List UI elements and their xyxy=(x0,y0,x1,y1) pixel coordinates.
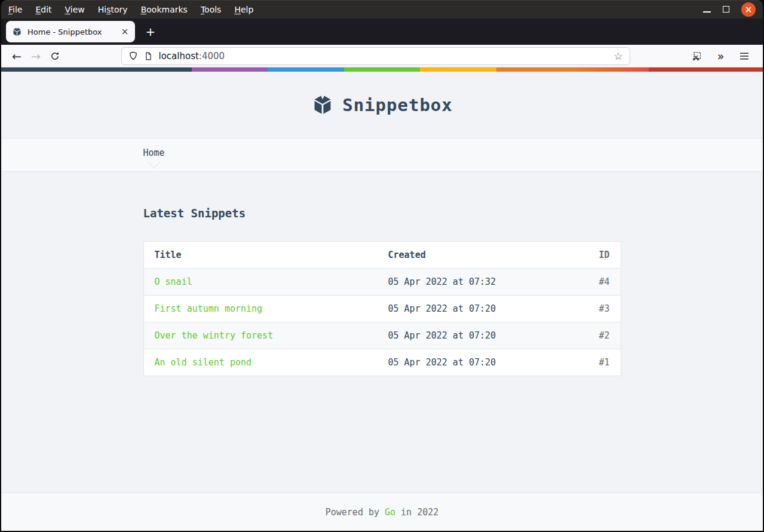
table-header-row: Title Created ID xyxy=(143,242,621,269)
snippet-id: #1 xyxy=(549,349,621,376)
snippet-created: 05 Apr 2022 at 07:20 xyxy=(378,349,550,376)
table-row: An old silent pond 05 Apr 2022 at 07:20 … xyxy=(143,349,621,376)
snippet-id: #3 xyxy=(549,296,621,322)
maximize-icon xyxy=(723,6,729,13)
footer-text-suffix: in 2022 xyxy=(401,507,438,518)
footer-text-prefix: Powered by xyxy=(326,507,379,518)
back-button[interactable]: ← xyxy=(7,47,26,65)
snippet-link[interactable]: First autumn morning xyxy=(155,303,263,314)
snippetbox-favicon-icon xyxy=(12,27,22,37)
site-header: Snippetbox xyxy=(1,72,763,138)
tab-title: Home - Snippetbox xyxy=(27,27,118,36)
browser-window: File Edit View History Bookmarks Tools H… xyxy=(0,0,764,532)
col-header-created: Created xyxy=(378,242,550,269)
reload-icon xyxy=(50,51,60,61)
snippets-table: Title Created ID O snail 05 Apr 2022 at … xyxy=(143,241,621,376)
snippet-id: #4 xyxy=(549,269,621,296)
snippet-created: 05 Apr 2022 at 07:32 xyxy=(378,269,550,296)
site-logo-link[interactable]: Snippetbox xyxy=(311,94,453,116)
site-title: Snippetbox xyxy=(342,95,453,115)
menu-history[interactable]: History xyxy=(98,5,128,14)
snippet-created: 05 Apr 2022 at 07:20 xyxy=(378,322,550,349)
new-tab-button[interactable]: + xyxy=(141,22,160,41)
rainbow-accent-stripe xyxy=(1,67,763,72)
tab-close-button[interactable]: × xyxy=(118,25,131,38)
tracking-shield-icon[interactable] xyxy=(128,51,138,61)
menu-file[interactable]: File xyxy=(8,5,22,14)
menu-help[interactable]: Help xyxy=(234,5,253,14)
url-port: :4000 xyxy=(199,51,225,61)
col-header-id: ID xyxy=(549,242,621,269)
menu-edit[interactable]: Edit xyxy=(35,5,51,14)
page-viewport: Snippetbox Home Latest Snippets Title Cr… xyxy=(1,72,763,531)
col-header-title: Title xyxy=(143,242,378,269)
minimize-button[interactable] xyxy=(703,5,711,14)
nav-link-home[interactable]: Home xyxy=(143,139,165,158)
screenshot-button[interactable] xyxy=(686,47,707,65)
close-button[interactable]: × xyxy=(741,2,756,17)
page-title: Latest Snippets xyxy=(143,207,621,220)
snippet-link[interactable]: Over the wintry forest xyxy=(155,330,274,341)
page-info-icon[interactable] xyxy=(144,51,153,61)
site-footer: Powered by Go in 2022 xyxy=(1,493,763,531)
bookmark-star-icon[interactable]: ☆ xyxy=(613,50,622,62)
snippet-link[interactable]: An old silent pond xyxy=(155,357,252,368)
menu-bookmarks[interactable]: Bookmarks xyxy=(141,5,188,14)
window-controls: × xyxy=(703,2,756,17)
hamburger-menu-icon xyxy=(740,52,749,60)
url-bar[interactable]: localhost:4000 ☆ xyxy=(121,47,630,65)
toolbar-right-cluster: » xyxy=(686,47,757,65)
site-nav: Home xyxy=(1,138,763,172)
url-host: localhost xyxy=(159,51,199,61)
snippet-created: 05 Apr 2022 at 07:20 xyxy=(378,296,550,322)
menu-bar: File Edit View History Bookmarks Tools H… xyxy=(1,0,763,19)
table-row: First autumn morning 05 Apr 2022 at 07:2… xyxy=(143,296,621,322)
snippet-id: #2 xyxy=(549,322,621,349)
close-icon: × xyxy=(745,5,753,14)
tab-bar: Home - Snippetbox × + xyxy=(1,19,763,45)
main-content: Latest Snippets Title Created ID O snail… xyxy=(1,172,763,493)
snippet-link[interactable]: O snail xyxy=(155,276,192,287)
go-link[interactable]: Go xyxy=(385,507,395,518)
tab-home-snippetbox[interactable]: Home - Snippetbox × xyxy=(6,21,135,42)
app-menu-button[interactable] xyxy=(734,47,754,65)
overflow-menu-button[interactable]: » xyxy=(710,47,731,65)
url-text: localhost:4000 xyxy=(159,51,225,61)
navigation-toolbar: ← → localhost:4000 ☆ xyxy=(1,45,763,67)
snippetbox-logo-icon xyxy=(311,94,334,116)
maximize-button[interactable] xyxy=(723,5,729,14)
menu-tools[interactable]: Tools xyxy=(201,5,222,14)
reload-button[interactable] xyxy=(45,47,65,65)
table-row: O snail 05 Apr 2022 at 07:32 #4 xyxy=(143,269,621,296)
menu-view[interactable]: View xyxy=(65,5,85,14)
forward-button[interactable]: → xyxy=(26,47,45,65)
table-row: Over the wintry forest 05 Apr 2022 at 07… xyxy=(143,322,621,349)
minimize-icon xyxy=(703,11,711,13)
screenshot-scissors-icon xyxy=(692,51,702,61)
active-nav-notch xyxy=(148,156,160,168)
